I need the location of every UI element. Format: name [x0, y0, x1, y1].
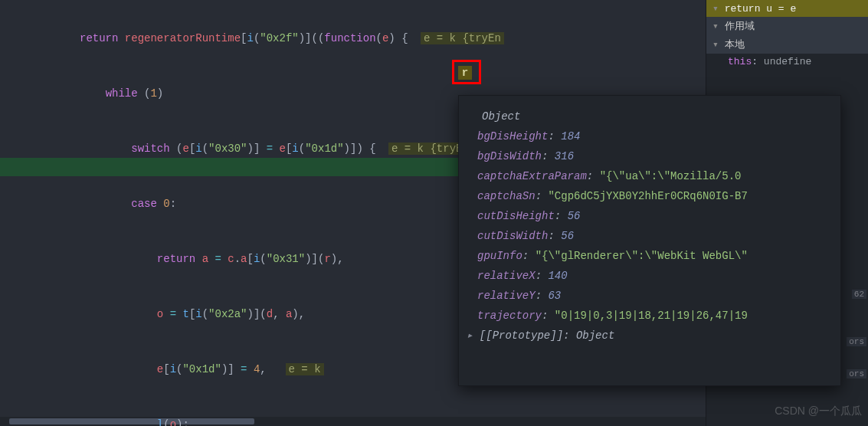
sidebar-trunc-1: 62 — [852, 290, 866, 299]
prop-gpuInfo[interactable]: gpuInfo: "{\"glRenderer\":\"WebKit WebGL… — [477, 246, 833, 266]
sidebar-trunc-3: ors — [847, 369, 866, 378]
prop-captchaSn[interactable]: captchaSn: "Cgp6dC5jYXB0Y2hhEr0CRq6N0IG-… — [477, 186, 833, 206]
inline-hint: e = k — [286, 363, 324, 375]
sidebar-this[interactable]: this: undefine — [706, 54, 868, 70]
sidebar-scope-header[interactable]: 作用域 — [706, 17, 868, 35]
prop-cutDisHeight[interactable]: cutDisHeight: 56 — [477, 206, 833, 226]
sidebar-local-header[interactable]: 本地 — [706, 35, 868, 54]
hovered-variable[interactable]: r — [458, 66, 472, 80]
prop-relativeY[interactable]: relativeY: 63 — [477, 286, 833, 306]
sidebar-trunc-2: ors — [847, 337, 866, 346]
object-inspector-tooltip[interactable]: Object bgDisHeight: 184 bgDisWidth: 316 … — [458, 95, 841, 386]
tooltip-title: Object — [477, 106, 833, 126]
highlight-box: r — [452, 60, 481, 84]
inline-hint: e = k {tryEn — [421, 32, 504, 44]
prop-bgDisWidth[interactable]: bgDisWidth: 316 — [477, 146, 833, 166]
prop-cutDisWidth[interactable]: cutDisWidth: 56 — [477, 226, 833, 246]
prop-prototype[interactable]: [[Prototype]]: Object — [477, 326, 833, 346]
watermark: CSDN @一个瓜瓜 — [775, 405, 862, 418]
prop-captchaExtraParam[interactable]: captchaExtraParam: "{\"ua\":\"Mozilla/5.… — [477, 166, 833, 186]
prop-trajectory[interactable]: trajectory: "0|19|0,3|19|18,21|19|26,47|… — [477, 306, 833, 326]
prop-relativeX[interactable]: relativeX: 140 — [477, 266, 833, 286]
sidebar-return-header[interactable]: return u = e — [706, 0, 868, 17]
prop-bgDisHeight[interactable]: bgDisHeight: 184 — [477, 126, 833, 146]
